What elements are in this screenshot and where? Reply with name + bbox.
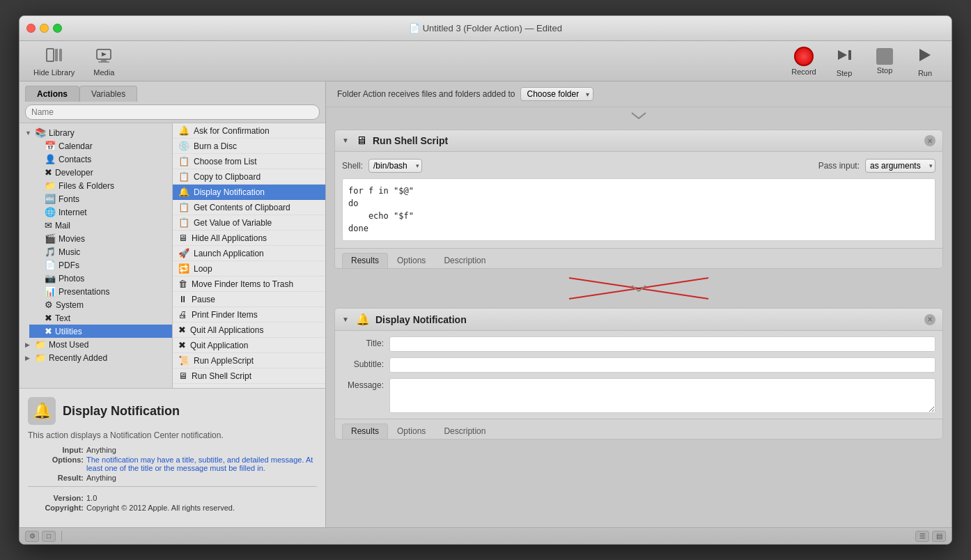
copyright-value: Copyright © 2012 Apple. All rights reser… [86, 504, 317, 512]
step-button[interactable]: Step [825, 42, 864, 80]
record-label: Record [791, 68, 816, 76]
tree-item-mail[interactable]: ✉ Mail [29, 219, 172, 232]
action-quit-application[interactable]: ✖ Quit Application [173, 338, 325, 353]
action-copy-clipboard[interactable]: 📋 Copy to Clipboard [173, 169, 325, 185]
status-bar: ⚙ □ ☰ ▤ [20, 527, 951, 544]
hide-library-button[interactable]: Hide Library [26, 43, 81, 79]
action-hide-all-applications[interactable]: 🖥 Hide All Applications [173, 231, 325, 246]
notif-message-textarea[interactable] [389, 378, 935, 413]
tree-item-text[interactable]: ✖ Text [29, 311, 172, 325]
developer-label: Developer [55, 168, 93, 178]
status-right: ☰ ▤ [915, 531, 946, 542]
media-button[interactable]: Media [84, 43, 123, 79]
pass-input-select[interactable]: as arguments [865, 159, 935, 173]
notif-block-close[interactable]: ✕ [924, 314, 935, 325]
tree-item-recently-added[interactable]: ▶ 📁 Recently Added [20, 351, 172, 364]
recently-added-label: Recently Added [49, 353, 107, 363]
step-label: Step [837, 69, 853, 77]
calendar-icon: 📅 [45, 141, 56, 151]
shell-collapse-button[interactable]: ▼ [342, 137, 350, 145]
workflow-area: Folder Action receives files and folders… [326, 81, 951, 527]
status-list-button[interactable]: ☰ [915, 531, 929, 542]
shell-tab-spacer [495, 253, 935, 268]
shell-select[interactable]: /bin/bash [368, 159, 422, 173]
launch-app-icon: 🚀 [178, 248, 189, 258]
minimize-button[interactable] [40, 24, 49, 33]
notif-tab-results[interactable]: Results [342, 423, 388, 439]
hide-library-icon [45, 46, 63, 67]
quit-app-icon: ✖ [178, 340, 186, 350]
shell-tab-results[interactable]: Results [342, 253, 388, 268]
shell-tab-options[interactable]: Options [388, 253, 435, 268]
tree-item-movies[interactable]: 🎬 Movies [29, 232, 172, 245]
action-burn-disc[interactable]: 💿 Burn a Disc [173, 139, 325, 154]
tree-item-fonts[interactable]: 🔤 Fonts [29, 192, 172, 205]
preview-header: 🔔 Display Notification [28, 397, 317, 425]
run-button[interactable]: Run [906, 42, 945, 80]
action-get-value-variable[interactable]: 📋 Get Value of Variable [173, 215, 325, 231]
burn-disc-icon: 💿 [178, 141, 189, 151]
folder-dropdown[interactable]: Choose folder [520, 87, 593, 101]
notif-tab-options[interactable]: Options [388, 423, 435, 439]
action-choose-list[interactable]: 📋 Choose from List [173, 154, 325, 169]
search-input[interactable] [25, 104, 320, 120]
notif-collapse-button[interactable]: ▼ [342, 316, 350, 324]
tab-actions[interactable]: Actions [25, 86, 79, 102]
action-get-contents-clipboard[interactable]: 📋 Get Contents of Clipboard [173, 200, 325, 215]
tree-item-most-used[interactable]: ▶ 📁 Most Used [20, 338, 172, 351]
tree-item-library[interactable]: ▼ 📚 Library [20, 126, 172, 139]
run-label: Run [918, 69, 932, 77]
tree-item-system[interactable]: ⚙ System [29, 298, 172, 311]
preview-divider [28, 486, 317, 487]
shell-block-title: Run Shell Script [373, 135, 919, 146]
action-loop[interactable]: 🔁 Loop [173, 261, 325, 277]
shell-block-icon: 🖥 [356, 134, 367, 147]
action-run-applescript[interactable]: 📜 Run AppleScript [173, 353, 325, 368]
ask-confirmation-icon: 🔔 [178, 125, 189, 136]
status-square-button[interactable]: □ [42, 531, 56, 542]
tab-variables[interactable]: Variables [79, 86, 137, 102]
folder-action-label: Folder Action receives files and folders… [337, 89, 515, 99]
music-icon: 🎵 [45, 247, 56, 257]
tree-item-internet[interactable]: 🌐 Internet [29, 205, 172, 219]
tree-item-developer[interactable]: ✖ Developer [29, 166, 172, 179]
action-ask-confirmation[interactable]: 🔔 Ask for Confirmation [173, 123, 325, 139]
tree-item-utilities[interactable]: ✖ Utilities [29, 325, 172, 338]
hide-all-apps-icon: 🖥 [178, 233, 187, 243]
tree-item-contacts[interactable]: 👤 Contacts [29, 153, 172, 166]
shell-tab-description[interactable]: Description [435, 253, 495, 268]
action-launch-application[interactable]: 🚀 Launch Application [173, 246, 325, 261]
music-label: Music [59, 247, 80, 257]
svg-rect-8 [848, 50, 851, 60]
media-label: Media [93, 68, 114, 77]
action-pause[interactable]: ⏸ Pause [173, 292, 325, 307]
status-gear-button[interactable]: ⚙ [25, 531, 39, 542]
action-run-shell-script[interactable]: 🖥 Run Shell Script [173, 368, 325, 384]
tree-item-presentations[interactable]: 📊 Presentations [29, 285, 172, 298]
action-quit-all-applications[interactable]: ✖ Quit All Applications [173, 322, 325, 338]
action-print-finder-items[interactable]: 🖨 Print Finder Items [173, 307, 325, 322]
connector-chevron-top [628, 110, 649, 121]
record-button[interactable]: Record [784, 42, 823, 80]
hide-library-label: Hide Library [33, 68, 75, 77]
sidebar-split: ▼ 📚 Library 📅 Calendar 👤 C [20, 123, 325, 388]
action-display-notification[interactable]: 🔔 Display Notification [173, 185, 325, 200]
shell-code-editor[interactable]: for f in "$@" do echo "$f" done [342, 178, 935, 241]
tree-item-calendar[interactable]: 📅 Calendar [29, 139, 172, 153]
action-move-finder-items[interactable]: 🗑 Move Finder Items to Trash [173, 277, 325, 292]
main-content: Actions Variables ▼ 📚 Library [20, 81, 951, 527]
shell-block-close[interactable]: ✕ [924, 135, 935, 146]
tree-item-files-folders[interactable]: 📁 Files & Folders [29, 179, 172, 192]
tree-item-pdfs[interactable]: 📄 PDFs [29, 258, 172, 272]
choose-list-label: Choose from List [194, 157, 257, 166]
status-grid-button[interactable]: ▤ [932, 531, 946, 542]
notif-tab-description[interactable]: Description [435, 423, 495, 439]
stop-button[interactable]: Stop [865, 42, 904, 80]
maximize-button[interactable] [53, 24, 62, 33]
notif-title-input[interactable] [389, 336, 935, 352]
close-button[interactable] [26, 24, 36, 33]
calendar-label: Calendar [59, 141, 93, 151]
tree-item-music[interactable]: 🎵 Music [29, 245, 172, 258]
tree-item-photos[interactable]: 📷 Photos [29, 272, 172, 285]
notif-subtitle-input[interactable] [389, 357, 935, 373]
